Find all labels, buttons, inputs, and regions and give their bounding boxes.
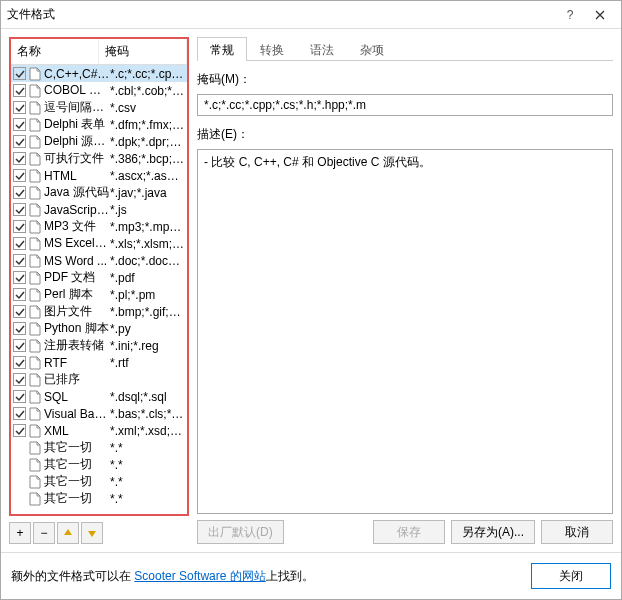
row-checkbox[interactable] (13, 152, 26, 165)
row-checkbox[interactable] (13, 220, 26, 233)
table-row[interactable]: Python 脚本*.py (11, 320, 187, 337)
factory-defaults-button[interactable]: 出厂默认(D) (197, 520, 284, 544)
table-row[interactable]: RTF*.rtf (11, 354, 187, 371)
table-row[interactable]: PDF 文档*.pdf (11, 269, 187, 286)
row-name: PDF 文档 (44, 269, 110, 286)
table-row[interactable]: 注册表转储*.ini;*.reg (11, 337, 187, 354)
tabs: 常规 转换 语法 杂项 (197, 37, 613, 61)
row-checkbox[interactable] (13, 271, 26, 284)
table-row[interactable]: Java 源代码*.jav;*.java (11, 184, 187, 201)
row-name: Delphi 源代码 (44, 133, 110, 150)
desc-textarea[interactable] (197, 149, 613, 514)
titlebar: 文件格式 ? (1, 1, 621, 29)
format-list: 名称 掩码 C,C++,C#,...*.c;*.cc;*.cpp;*.cs...… (9, 37, 189, 516)
row-name: 可执行文件 (44, 150, 110, 167)
footer: 额外的文件格式可以在 Scooter Software 的网站上找到。 关闭 (1, 552, 621, 599)
row-checkbox[interactable] (13, 339, 26, 352)
add-button[interactable]: + (9, 522, 31, 544)
table-row[interactable]: Visual Basic...*.bas;*.cls;*.ctl;*.f... (11, 405, 187, 422)
file-icon (28, 84, 42, 98)
list-body[interactable]: C,C++,C#,...*.c;*.cc;*.cpp;*.cs...COBOL … (11, 65, 187, 514)
file-icon (28, 305, 42, 319)
row-checkbox[interactable] (13, 322, 26, 335)
row-name: 图片文件 (44, 303, 110, 320)
row-mask: *.386;*.bcp;*.bpl;... (110, 152, 185, 166)
table-row[interactable]: HTML*.ascx;*.asp;*.as... (11, 167, 187, 184)
mask-label: 掩码(M)： (197, 71, 613, 88)
file-icon (28, 441, 42, 455)
file-icon (28, 135, 42, 149)
file-icon (28, 407, 42, 421)
move-down-button[interactable] (81, 522, 103, 544)
table-row[interactable]: 已排序 (11, 371, 187, 388)
file-icon (28, 288, 42, 302)
cancel-button[interactable]: 取消 (541, 520, 613, 544)
row-checkbox[interactable] (13, 135, 26, 148)
row-checkbox[interactable] (13, 67, 26, 80)
table-row[interactable]: 其它一切*.* (11, 456, 187, 473)
row-mask: *.csv (110, 101, 185, 115)
row-mask: *.doc;*.docm;*.d... (110, 254, 185, 268)
row-mask: *.dsql;*.sql (110, 390, 185, 404)
row-mask: *.xml;*.xsd;*.xsl (110, 424, 185, 438)
file-icon (28, 356, 42, 370)
row-checkbox[interactable] (13, 407, 26, 420)
col-mask-header[interactable]: 掩码 (99, 39, 187, 64)
table-row[interactable]: 其它一切*.* (11, 473, 187, 490)
remove-button[interactable]: − (33, 522, 55, 544)
table-row[interactable]: MS Excel 工...*.xls;*.xlsm;*.xlsx (11, 235, 187, 252)
row-name: RTF (44, 356, 110, 370)
table-row[interactable]: 可执行文件*.386;*.bcp;*.bpl;... (11, 150, 187, 167)
table-row[interactable]: COBOL 源...*.cbl;*.cob;*.cpy* (11, 82, 187, 99)
row-mask: *.py (110, 322, 185, 336)
row-name: COBOL 源... (44, 82, 110, 99)
table-row[interactable]: C,C++,C#,...*.c;*.cc;*.cpp;*.cs... (11, 65, 187, 82)
table-row[interactable]: Delphi 表单*.dfm;*.fmx;*.nf... (11, 116, 187, 133)
table-row[interactable]: 其它一切*.* (11, 490, 187, 507)
file-icon (28, 339, 42, 353)
file-icon (28, 373, 42, 387)
table-row[interactable]: MP3 文件*.mp3;*.mpeg3;*... (11, 218, 187, 235)
row-checkbox[interactable] (13, 101, 26, 114)
tab-convert[interactable]: 转换 (247, 37, 297, 61)
row-checkbox[interactable] (13, 305, 26, 318)
row-checkbox[interactable] (13, 373, 26, 386)
row-name: JavaScript ... (44, 203, 110, 217)
close-icon[interactable] (585, 5, 615, 25)
table-row[interactable]: Delphi 源代码*.dpk;*.dpr;*.inc;... (11, 133, 187, 150)
desc-label: 描述(E)： (197, 126, 613, 143)
row-checkbox[interactable] (13, 186, 26, 199)
table-row[interactable]: 图片文件*.bmp;*.gif;*.ico;... (11, 303, 187, 320)
table-row[interactable]: JavaScript ...*.js (11, 201, 187, 218)
row-checkbox[interactable] (13, 84, 26, 97)
table-row[interactable]: MS Word ...*.doc;*.docm;*.d... (11, 252, 187, 269)
table-row[interactable]: 逗号间隔的值*.csv (11, 99, 187, 116)
row-mask: *.bmp;*.gif;*.ico;... (110, 305, 185, 319)
row-checkbox[interactable] (13, 390, 26, 403)
table-row[interactable]: 其它一切*.* (11, 439, 187, 456)
row-name: 已排序 (44, 371, 110, 388)
table-row[interactable]: XML*.xml;*.xsd;*.xsl (11, 422, 187, 439)
col-name-header[interactable]: 名称 (11, 39, 99, 64)
tab-grammar[interactable]: 语法 (297, 37, 347, 61)
row-checkbox[interactable] (13, 288, 26, 301)
row-checkbox[interactable] (13, 118, 26, 131)
row-checkbox[interactable] (13, 203, 26, 216)
row-checkbox[interactable] (13, 254, 26, 267)
tab-misc[interactable]: 杂项 (347, 37, 397, 61)
close-button[interactable]: 关闭 (531, 563, 611, 589)
table-row[interactable]: Perl 脚本*.pl;*.pm (11, 286, 187, 303)
save-as-button[interactable]: 另存为(A)... (451, 520, 535, 544)
help-button[interactable]: ? (555, 5, 585, 25)
row-checkbox[interactable] (13, 237, 26, 250)
row-name: 其它一切 (44, 456, 110, 473)
row-checkbox[interactable] (13, 169, 26, 182)
save-button[interactable]: 保存 (373, 520, 445, 544)
footer-link[interactable]: Scooter Software 的网站 (134, 569, 265, 583)
tab-general[interactable]: 常规 (197, 37, 247, 61)
row-checkbox[interactable] (13, 424, 26, 437)
move-up-button[interactable] (57, 522, 79, 544)
row-checkbox[interactable] (13, 356, 26, 369)
mask-input[interactable] (197, 94, 613, 116)
table-row[interactable]: SQL*.dsql;*.sql (11, 388, 187, 405)
